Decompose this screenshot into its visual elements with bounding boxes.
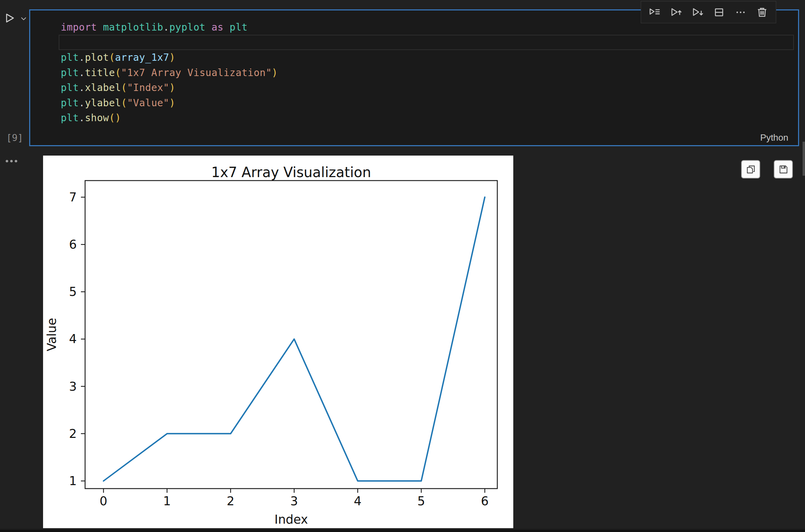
- svg-text:6: 6: [481, 494, 489, 508]
- save-output-button[interactable]: [774, 160, 793, 178]
- window-bottom-edge: [0, 530, 805, 532]
- svg-text:Value: Value: [45, 318, 59, 351]
- run-cell-button[interactable]: [3, 12, 16, 24]
- trash-icon: [756, 6, 768, 18]
- svg-text:0: 0: [100, 494, 107, 508]
- language-picker[interactable]: Python: [760, 132, 788, 143]
- svg-text:1x7 Array Visualization: 1x7 Array Visualization: [211, 164, 371, 180]
- vertical-scrollbar-thumb[interactable]: [803, 142, 805, 176]
- svg-text:7: 7: [69, 190, 77, 204]
- save-icon: [778, 164, 789, 175]
- more-actions-button[interactable]: [733, 5, 748, 20]
- run-options-dropdown[interactable]: [19, 15, 28, 23]
- code-line: plt.xlabel("Index"): [61, 80, 795, 95]
- svg-text:2: 2: [69, 427, 77, 441]
- svg-text:5: 5: [69, 285, 77, 299]
- svg-text:6: 6: [69, 238, 77, 251]
- chevron-down-icon: [19, 15, 28, 23]
- delete-cell-button[interactable]: [754, 5, 770, 20]
- code-line: [61, 35, 795, 50]
- run-cell-icon: [3, 12, 16, 24]
- code-line: plt.title("1x7 Array Visualization"): [61, 65, 795, 81]
- cell-editor[interactable]: import matplotlib.pyplot as pltplt.plot(…: [61, 20, 795, 126]
- run-by-line-icon: [649, 6, 661, 18]
- svg-text:3: 3: [69, 380, 77, 393]
- svg-text:1: 1: [69, 474, 77, 488]
- run-above-button[interactable]: [669, 5, 684, 20]
- code-line: plt.ylabel("Value"): [61, 95, 795, 111]
- notebook-cell: import matplotlib.pyplot as pltplt.plot(…: [29, 9, 799, 146]
- line-chart: 012345612345671x7 Array VisualizationInd…: [43, 156, 513, 528]
- copy-icon: [746, 164, 756, 175]
- run-by-line-button[interactable]: [647, 5, 663, 20]
- svg-text:2: 2: [227, 494, 234, 508]
- code-line: plt.show(): [61, 110, 795, 126]
- split-cell-icon: [713, 6, 725, 18]
- more-actions-icon: [735, 6, 747, 18]
- svg-text:3: 3: [290, 494, 298, 508]
- svg-text:4: 4: [69, 332, 77, 346]
- svg-text:Index: Index: [274, 513, 308, 526]
- split-cell-button[interactable]: [712, 5, 727, 20]
- copy-output-button[interactable]: [741, 160, 760, 178]
- svg-text:4: 4: [354, 494, 362, 508]
- code-line: plt.plot(array_1x7): [61, 50, 795, 65]
- run-above-icon: [670, 6, 682, 18]
- execution-count: [9]: [6, 132, 23, 143]
- plot-output-image: 012345612345671x7 Array VisualizationInd…: [43, 156, 513, 528]
- run-below-button[interactable]: [690, 5, 705, 20]
- cell-toolbar: [641, 1, 776, 23]
- svg-text:5: 5: [417, 494, 425, 508]
- run-below-icon: [692, 6, 704, 18]
- svg-text:1: 1: [163, 494, 171, 508]
- more-actions-icon: [5, 157, 20, 165]
- collapsed-cell-toolbar[interactable]: [5, 157, 20, 165]
